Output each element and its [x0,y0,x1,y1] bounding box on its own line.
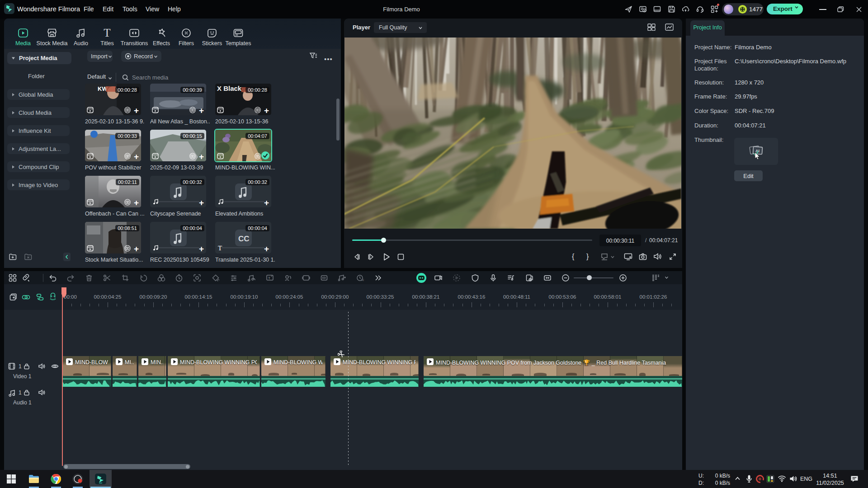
svg-text:T: T [268,276,270,280]
svg-text:CC: CC [238,235,250,243]
svg-text:AI: AI [361,278,364,282]
